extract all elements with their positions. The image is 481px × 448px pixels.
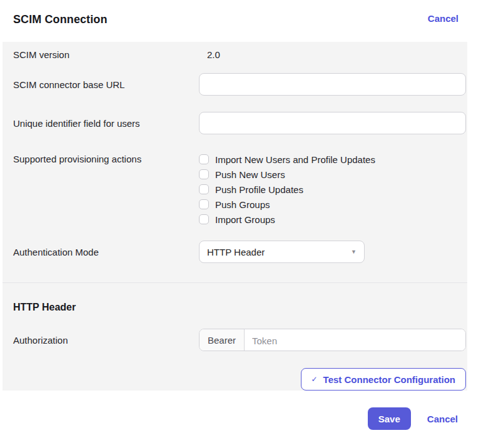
scim-version-value: 2.0 xyxy=(199,49,466,60)
checkbox-option-import-users[interactable]: Import New Users and Profile Updates xyxy=(199,152,466,167)
checkbox-label: Push New Users xyxy=(215,169,285,180)
save-button[interactable]: Save xyxy=(368,407,411,430)
authentication-mode-select[interactable]: HTTP Header ▼ xyxy=(199,241,365,263)
test-connector-configuration-button[interactable]: ✓ Test Connector Configuration xyxy=(301,368,466,391)
section-divider xyxy=(3,282,467,283)
checkbox-option-import-groups[interactable]: Import Groups xyxy=(199,212,466,227)
checkbox-icon[interactable] xyxy=(199,184,209,194)
page-header: SCIM Connection Cancel xyxy=(0,0,481,26)
test-connector-configuration-label: Test Connector Configuration xyxy=(323,374,455,385)
checkbox-icon[interactable] xyxy=(199,214,209,224)
page-title: SCIM Connection xyxy=(13,13,108,26)
unique-identifier-row: Unique identifier field for users xyxy=(13,112,466,134)
checkbox-icon[interactable] xyxy=(199,154,209,164)
provisioning-actions-row: Supported provisioning actions Import Ne… xyxy=(13,152,466,227)
checkbox-label: Import Groups xyxy=(215,214,275,225)
unique-identifier-label: Unique identifier field for users xyxy=(13,118,199,129)
chevron-down-icon: ▼ xyxy=(351,249,357,255)
connector-base-url-row: SCIM connector base URL xyxy=(13,73,466,96)
connector-base-url-input[interactable] xyxy=(199,73,466,96)
checkbox-option-push-groups[interactable]: Push Groups xyxy=(199,197,466,212)
checkbox-label: Push Profile Updates xyxy=(215,184,303,195)
checkbox-option-push-new-users[interactable]: Push New Users xyxy=(199,167,466,182)
check-icon: ✓ xyxy=(311,376,318,383)
authorization-token-input[interactable] xyxy=(245,329,465,351)
scim-version-row: SCIM version 2.0 xyxy=(13,49,466,60)
authentication-mode-label: Authentication Mode xyxy=(13,247,199,257)
bearer-prefix: Bearer xyxy=(200,329,245,351)
page-footer: Save Cancel xyxy=(0,407,481,430)
header-cancel-link[interactable]: Cancel xyxy=(428,13,458,24)
checkbox-icon[interactable] xyxy=(199,199,209,209)
checkbox-label: Import New Users and Profile Updates xyxy=(215,154,375,165)
authorization-input-group: Bearer xyxy=(199,329,466,351)
checkbox-option-push-profile-updates[interactable]: Push Profile Updates xyxy=(199,182,466,197)
scim-connection-form: SCIM version 2.0 SCIM connector base URL… xyxy=(3,42,467,391)
authorization-row: Authorization Bearer xyxy=(13,329,466,351)
unique-identifier-input[interactable] xyxy=(199,112,466,134)
authentication-mode-row: Authentication Mode HTTP Header ▼ xyxy=(13,241,466,263)
http-header-section-title: HTTP Header xyxy=(13,302,466,313)
footer-cancel-link[interactable]: Cancel xyxy=(427,414,458,424)
authorization-label: Authorization xyxy=(13,335,199,346)
authentication-mode-selected-value: HTTP Header xyxy=(207,247,265,257)
checkbox-icon[interactable] xyxy=(199,169,209,179)
scim-version-label: SCIM version xyxy=(13,49,199,60)
provisioning-actions-label: Supported provisioning actions xyxy=(13,152,199,167)
checkbox-label: Push Groups xyxy=(215,199,270,210)
connector-base-url-label: SCIM connector base URL xyxy=(13,79,199,90)
provisioning-actions-group: Import New Users and Profile Updates Pus… xyxy=(199,152,466,227)
test-connector-row: ✓ Test Connector Configuration xyxy=(13,368,466,391)
